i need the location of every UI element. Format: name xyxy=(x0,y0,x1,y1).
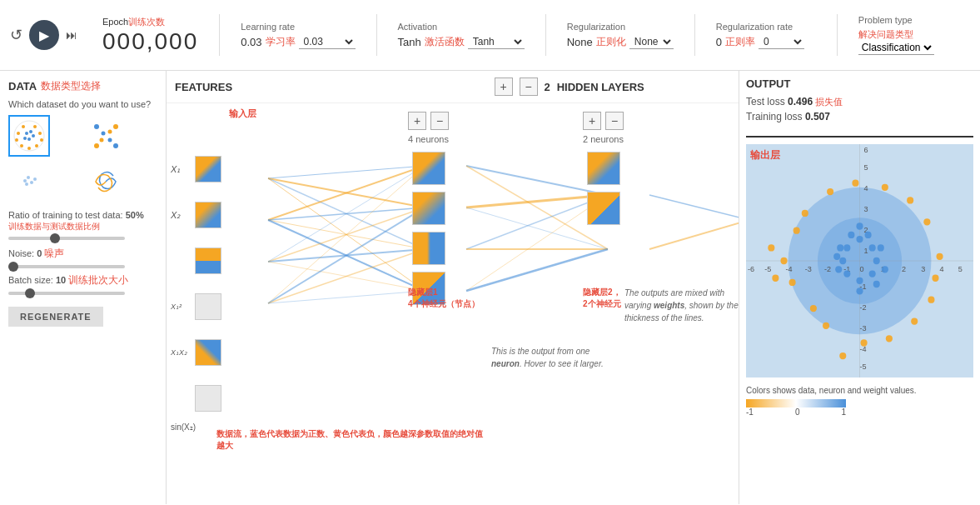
noise-slider-thumb[interactable] xyxy=(8,262,18,272)
feature-x1x2-label: X₁X₂ xyxy=(171,348,192,357)
svg-point-111 xyxy=(865,232,872,238)
reset-button[interactable]: ↺ xyxy=(10,26,22,44)
svg-point-6 xyxy=(40,138,43,142)
regularization-rate-select[interactable]: 00.0010.0030.010.030.10.31310 xyxy=(759,35,804,49)
svg-point-17 xyxy=(113,124,118,129)
data-flow-annotation: 数据流，蓝色代表数据为正数、黄色代表负，颜色越深参数取值的绝对值越大 xyxy=(216,428,483,452)
divider-5 xyxy=(837,14,838,56)
regenerate-button[interactable]: REGENERATE xyxy=(8,307,103,327)
feature-half-square[interactable] xyxy=(195,248,221,274)
output-chart: 6 5 4 3 2 1 0 -1 -2 -3 -4 -5 -6 -5 -4 -3… xyxy=(746,144,973,378)
activation-value: Tanh xyxy=(398,36,421,48)
feature-sin-square[interactable] xyxy=(195,385,221,412)
legend-min: -1 xyxy=(746,408,754,417)
feature-x1sq: X₁² xyxy=(171,293,246,320)
feature-x1x2-square[interactable] xyxy=(195,339,221,366)
feature-x1-square[interactable] xyxy=(195,156,221,182)
svg-point-96 xyxy=(928,297,934,303)
svg-line-35 xyxy=(268,220,425,291)
activation-select[interactable]: TanhSigmoidReLULinear xyxy=(468,35,525,49)
test-loss-value: 0.496 xyxy=(788,96,813,108)
svg-text:5: 5 xyxy=(864,163,868,172)
divider-4 xyxy=(694,14,695,56)
layer2-remove-neuron[interactable]: − xyxy=(605,112,624,130)
problem-type-select[interactable]: ClassificationRegression xyxy=(858,41,934,55)
svg-point-94 xyxy=(911,318,918,324)
feature-x2-square[interactable] xyxy=(195,202,221,228)
regularization-rate-label: Regularization rate xyxy=(716,22,816,32)
network-panel: FEATURES + − 2 HIDDEN LAYERS xyxy=(167,71,739,504)
neuron-1-2[interactable] xyxy=(412,192,445,225)
legend-text: Colors shows data, neuron and weight val… xyxy=(746,386,917,395)
svg-text:3: 3 xyxy=(921,265,925,273)
svg-point-100 xyxy=(772,275,779,282)
dataset-description: Which dataset do you want to use? xyxy=(8,98,157,111)
loss-zh: 损失值 xyxy=(815,97,843,107)
svg-point-102 xyxy=(843,244,850,251)
legend-labels: -1 0 1 xyxy=(746,408,846,417)
svg-text:4: 4 xyxy=(864,184,868,192)
step-button[interactable]: ⏭ xyxy=(66,28,77,42)
remove-layer-button[interactable]: − xyxy=(520,78,538,96)
svg-point-117 xyxy=(856,288,863,294)
batch-slider-thumb[interactable] xyxy=(25,288,35,298)
neuron-1-1[interactable] xyxy=(412,152,445,185)
svg-point-109 xyxy=(839,258,846,264)
neuron-1-3[interactable] xyxy=(412,232,445,265)
activation-label: Activation xyxy=(398,22,525,32)
svg-point-8 xyxy=(33,125,37,128)
main-area: DATA 数据类型选择 Which dataset do you want to… xyxy=(0,71,980,504)
learning-rate-select[interactable]: 0.000010.00010.0010.030.10.31310 xyxy=(299,35,356,49)
svg-point-7 xyxy=(38,132,42,135)
svg-point-116 xyxy=(837,244,843,251)
svg-point-27 xyxy=(33,178,37,181)
problem-type-zh: 解决问题类型 xyxy=(858,28,934,41)
feature-sinx2 xyxy=(171,385,246,412)
dataset-circle[interactable] xyxy=(8,115,50,157)
problem-type-section: Problem type 解决问题类型 ClassificationRegres… xyxy=(858,15,934,55)
neuron-2-2[interactable] xyxy=(587,192,620,225)
svg-point-5 xyxy=(35,144,38,148)
layer2-add-neuron[interactable]: + xyxy=(583,112,601,130)
divider-2 xyxy=(376,14,377,56)
svg-point-12 xyxy=(32,134,35,138)
output-chart-svg: 6 5 4 3 2 1 0 -1 -2 -3 -4 -5 -6 -5 -4 -3… xyxy=(746,144,973,378)
svg-point-106 xyxy=(869,270,876,277)
svg-point-107 xyxy=(856,278,863,284)
svg-point-20 xyxy=(108,138,112,142)
regularization-label: Regularization xyxy=(567,22,674,32)
learning-rate-section: Learning rate 0.03 学习率 0.000010.00010.00… xyxy=(241,22,355,49)
svg-point-89 xyxy=(852,180,858,187)
svg-point-112 xyxy=(878,244,884,251)
hidden-layers-label: HIDDEN LAYERS xyxy=(557,81,644,93)
ratio-slider-thumb[interactable] xyxy=(50,233,60,243)
svg-line-30 xyxy=(268,178,425,249)
layer1-add-neuron[interactable]: + xyxy=(408,112,426,130)
dataset-spiral[interactable] xyxy=(85,161,127,202)
svg-point-91 xyxy=(882,184,888,191)
svg-point-88 xyxy=(823,322,829,329)
dataset-xor[interactable] xyxy=(85,115,127,157)
add-layer-button[interactable]: + xyxy=(495,78,513,96)
svg-point-87 xyxy=(827,188,833,195)
svg-line-32 xyxy=(268,166,425,220)
test-loss-row: Test loss 0.496 损失值 xyxy=(746,96,973,108)
feature-x1: X₁ xyxy=(171,156,246,182)
svg-point-118 xyxy=(856,222,863,229)
loss-chart-divider xyxy=(746,125,973,138)
play-button[interactable]: ▶ xyxy=(29,20,59,50)
feature-x2-label: X₂ xyxy=(171,210,192,221)
layer1-remove-neuron[interactable]: − xyxy=(430,112,449,130)
neuron-2-1[interactable] xyxy=(587,152,620,185)
output-note: This is the output from one neuron. Hove… xyxy=(491,345,616,370)
svg-point-83 xyxy=(793,228,800,234)
svg-point-82 xyxy=(780,258,787,264)
svg-line-29 xyxy=(268,178,425,208)
problem-type-label: Problem type xyxy=(858,15,934,25)
regularization-select[interactable]: NoneL1L2 xyxy=(629,35,674,49)
dataset-blob[interactable] xyxy=(8,161,50,202)
svg-point-84 xyxy=(789,279,796,286)
noise-slider-track xyxy=(8,265,125,268)
layer1-column: + − 4 neurons xyxy=(408,112,449,308)
feature-x1sq-square[interactable] xyxy=(195,293,221,320)
